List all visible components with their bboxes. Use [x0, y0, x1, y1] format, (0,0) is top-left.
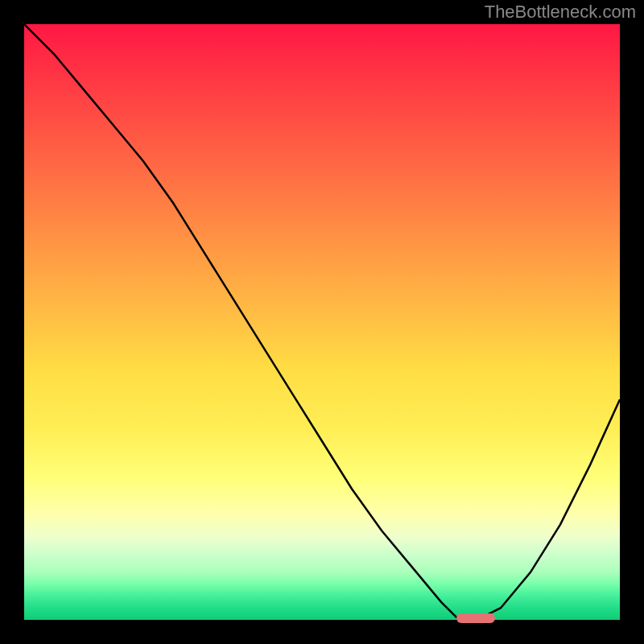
optimal-marker: [456, 613, 495, 623]
watermark-text: TheBottleneck.com: [485, 2, 636, 23]
gradient-background: [24, 24, 620, 620]
